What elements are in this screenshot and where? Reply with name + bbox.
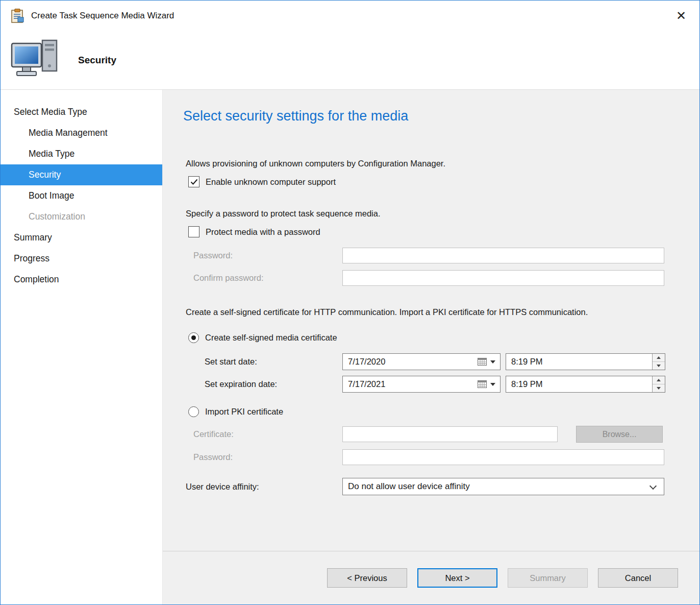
spinner-down-icon[interactable] [653, 362, 665, 370]
wizard-window: Create Task Sequence Media Wizard ✕ [0, 0, 700, 605]
pki-password-label: Password: [193, 452, 342, 462]
sidebar-item-completion: Completion [1, 269, 162, 290]
protect-media-checkbox-row: Protect media with a password [188, 226, 699, 237]
sidebar-item-security: Security [1, 164, 162, 185]
summary-button[interactable]: Summary [508, 568, 588, 588]
next-button[interactable]: Next > [417, 568, 497, 588]
previous-button[interactable]: < Previous [327, 568, 407, 588]
start-time-value: 8:19 PM [511, 357, 542, 367]
wizard-clipboard-icon [10, 8, 25, 23]
confirm-password-input[interactable] [342, 270, 664, 286]
sidebar-item-media-type: Media Type [1, 143, 162, 164]
wizard-button-bar: < Previous Next > Summary Cancel [163, 551, 699, 604]
start-date-label: Set start date: [205, 357, 342, 367]
cancel-button[interactable]: Cancel [598, 568, 678, 588]
import-pki-label: Import PKI certificate [205, 407, 283, 417]
content-pane: Select security settings for the media A… [163, 90, 699, 604]
sidebar-item-customization: Customization [1, 206, 162, 227]
enable-unknown-computer-label: Enable unknown computer support [206, 177, 336, 187]
password-input[interactable] [342, 248, 664, 263]
enable-unknown-computer-checkbox[interactable] [188, 176, 199, 187]
user-device-affinity-label: User device affinity: [186, 482, 342, 492]
wizard-steps-sidebar: Select Media Type Media Management Media… [1, 90, 163, 604]
start-date-value: 7/17/2020 [348, 357, 385, 367]
password-protect-description: Specify a password to protect task seque… [186, 208, 699, 220]
self-signed-radio-row: Create self-signed media certificate [188, 332, 699, 343]
self-signed-label: Create self-signed media certificate [205, 333, 337, 343]
spinner-up-icon[interactable] [653, 376, 665, 384]
calendar-icon [478, 380, 487, 388]
window-title: Create Task Sequence Media Wizard [31, 11, 174, 21]
expiration-time-value: 8:19 PM [511, 379, 542, 389]
certificate-label: Certificate: [193, 429, 342, 439]
close-icon[interactable]: ✕ [670, 5, 692, 27]
content-heading: Select security settings for the media [183, 108, 699, 124]
protect-media-label: Protect media with a password [206, 227, 320, 237]
expiration-date-label: Set expiration date: [205, 379, 342, 389]
import-pki-radio[interactable] [188, 406, 199, 417]
certificate-input[interactable] [342, 426, 558, 442]
protect-media-checkbox[interactable] [188, 226, 199, 237]
checkmark-icon [190, 179, 198, 185]
sidebar-item-boot-image: Boot Image [1, 185, 162, 206]
sidebar-item-progress: Progress [1, 248, 162, 269]
expiration-date-picker[interactable]: 7/17/2021 [342, 376, 501, 393]
page-header: Security [1, 31, 699, 90]
page-title: Security [78, 55, 116, 66]
titlebar: Create Task Sequence Media Wizard ✕ [1, 1, 699, 31]
spinner-down-icon[interactable] [653, 384, 665, 392]
sidebar-item-select-media-type: Select Media Type [1, 102, 162, 123]
start-date-picker[interactable]: 7/17/2020 [342, 353, 501, 370]
user-device-affinity-value: Do not allow user device affinity [348, 481, 470, 492]
expiration-date-value: 7/17/2021 [348, 379, 385, 389]
browse-button[interactable]: Browse... [576, 426, 663, 443]
import-pki-radio-row: Import PKI certificate [188, 406, 699, 417]
spinner-up-icon[interactable] [653, 354, 665, 362]
combo-chevron-icon [649, 482, 657, 490]
dropdown-arrow-icon[interactable] [490, 360, 495, 364]
sidebar-item-media-management: Media Management [1, 123, 162, 143]
expiration-time-spinner[interactable]: 8:19 PM [506, 376, 665, 393]
user-device-affinity-dropdown[interactable]: Do not allow user device affinity [342, 478, 664, 495]
confirm-password-label: Confirm password: [193, 273, 342, 283]
radio-selected-dot [191, 335, 196, 340]
password-label: Password: [193, 251, 342, 260]
dropdown-arrow-icon[interactable] [490, 383, 495, 386]
computer-icon [10, 37, 63, 83]
enable-unknown-computer-checkbox-row: Enable unknown computer support [188, 176, 699, 187]
sidebar-item-summary: Summary [1, 227, 162, 248]
main-area: Select Media Type Media Management Media… [1, 90, 699, 604]
calendar-icon [478, 358, 487, 366]
start-time-spinner[interactable]: 8:19 PM [506, 353, 665, 370]
certificate-description: Create a self-signed certificate for HTT… [186, 306, 624, 318]
pki-password-input[interactable] [342, 449, 664, 465]
unknown-computers-description: Allows provisioning of unknown computers… [186, 158, 699, 170]
self-signed-radio[interactable] [188, 332, 199, 343]
